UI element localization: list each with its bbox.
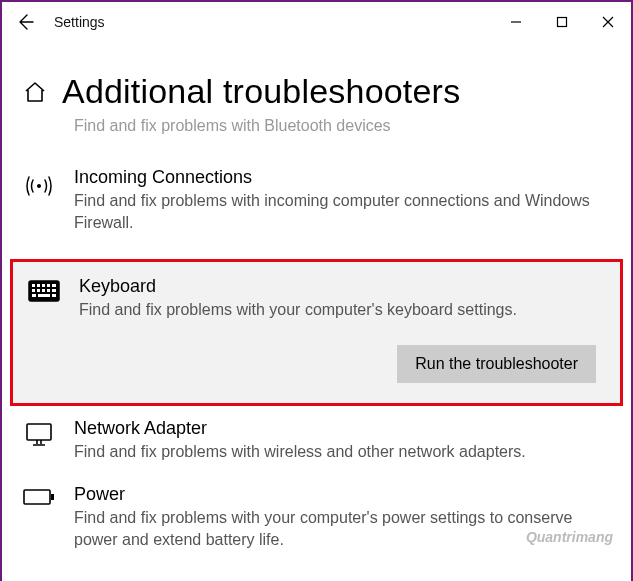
item-desc: Find and fix problems with your computer… [74,507,611,550]
svg-rect-13 [32,294,36,297]
svg-rect-5 [42,284,45,287]
settings-window: Settings Additional troubleshooters Find… [0,0,633,581]
item-title: Power [74,484,611,505]
troubleshooter-item-keyboard[interactable]: Keyboard Find and fix problems with your… [13,262,620,403]
highlighted-item: Keyboard Find and fix problems with your… [10,259,623,406]
svg-rect-18 [51,494,54,500]
svg-point-1 [37,184,41,188]
svg-rect-12 [52,289,56,292]
run-troubleshooter-button[interactable]: Run the troubleshooter [397,345,596,383]
item-desc: Find and fix problems with wireless and … [74,441,611,463]
keyboard-icon-wrap [27,276,61,321]
svg-rect-10 [42,289,45,292]
svg-rect-15 [52,294,56,297]
network-icon-wrap [22,418,56,463]
svg-rect-16 [27,424,51,440]
svg-rect-6 [47,284,50,287]
svg-rect-0 [558,18,567,27]
item-title: Keyboard [79,276,606,297]
minimize-icon [510,16,522,28]
maximize-icon [556,16,568,28]
signal-icon [24,171,54,201]
arrow-left-icon [16,13,34,31]
svg-rect-11 [47,289,50,292]
item-desc: Find and fix problems with your computer… [79,299,606,321]
window-controls [493,2,631,42]
svg-rect-14 [38,294,50,297]
item-desc: Find and fix problems with incoming comp… [74,190,611,233]
svg-rect-7 [52,284,56,287]
item-title: Incoming Connections [74,167,611,188]
troubleshooter-item-network[interactable]: Network Adapter Find and fix problems wi… [22,414,611,481]
battery-icon [23,488,55,506]
content-area: Additional troubleshooters Find and fix … [2,72,631,569]
titlebar: Settings [2,2,631,42]
page-title: Additional troubleshooters [62,72,460,111]
close-button[interactable] [585,2,631,42]
maximize-button[interactable] [539,2,585,42]
page-header: Additional troubleshooters [22,72,611,111]
item-title: Network Adapter [74,418,611,439]
svg-rect-4 [37,284,40,287]
power-icon-wrap [22,484,56,550]
svg-rect-3 [32,284,35,287]
home-icon [23,80,47,104]
truncated-item-desc: Find and fix problems with Bluetooth dev… [74,117,611,135]
minimize-button[interactable] [493,2,539,42]
troubleshooter-item-incoming[interactable]: Incoming Connections Find and fix proble… [22,163,611,251]
back-button[interactable] [2,13,48,31]
incoming-icon [22,167,56,233]
svg-rect-9 [37,289,40,292]
home-button[interactable] [22,79,48,105]
keyboard-icon [28,280,60,302]
svg-rect-17 [24,490,50,504]
svg-rect-8 [32,289,35,292]
close-icon [602,16,614,28]
monitor-icon [24,422,54,448]
window-title: Settings [54,14,105,30]
troubleshooter-item-power[interactable]: Power Find and fix problems with your co… [22,480,611,568]
